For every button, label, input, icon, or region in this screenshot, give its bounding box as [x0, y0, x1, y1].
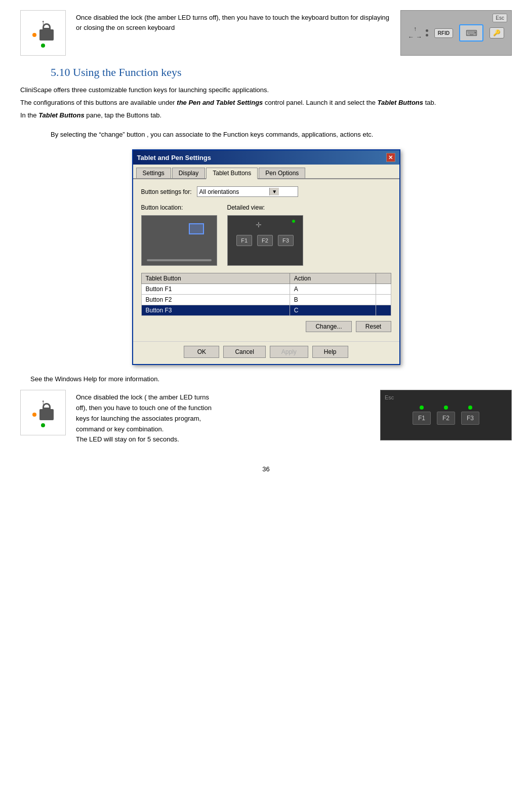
- page-number: 36: [20, 465, 512, 473]
- orientation-select[interactable]: All orientations ▼: [197, 186, 298, 197]
- f2-key-detail: F2: [257, 235, 273, 246]
- paragraph-1: CliniScape offers three customizable fun…: [20, 85, 512, 96]
- button-f2-action: B: [290, 295, 376, 305]
- tab-pen-options[interactable]: Pen Options: [259, 168, 305, 178]
- f3-dot: [468, 406, 472, 410]
- apply-button[interactable]: Apply: [270, 346, 308, 358]
- lock-icon-box: ↑: [20, 10, 66, 56]
- location-bottom-bar: [147, 259, 212, 261]
- button-f1-action: A: [290, 284, 376, 295]
- arrow-keys-top: ↑ ← →: [408, 25, 422, 41]
- detail-arrows-icon: ✛: [256, 221, 262, 229]
- detail-label: Detailed view:: [227, 204, 303, 211]
- f2-key-bottom: F2: [437, 406, 455, 425]
- bottom-esc-label: Esc: [385, 394, 394, 400]
- change-button[interactable]: Change...: [306, 321, 351, 332]
- table-row[interactable]: Button F1 A: [141, 284, 391, 295]
- dialog-tabs: Settings Display Tablet Buttons Pen Opti…: [133, 165, 399, 179]
- para2-suffix: control panel. Launch it and select the: [263, 99, 377, 106]
- change-reset-row: Change... Reset: [141, 321, 391, 334]
- dialog-body: Button settings for: All orientations ▼ …: [133, 179, 399, 341]
- lock-key: 🔑: [489, 27, 504, 38]
- pen-tablet-settings-bold: the Pen and Tablet Settings: [177, 99, 263, 106]
- button-settings-label: Button settings for:: [141, 188, 192, 195]
- dialog-close-button[interactable]: ✕: [386, 153, 395, 162]
- esc-key-top: Esc: [493, 14, 507, 22]
- para3-prefix: In the: [20, 111, 38, 119]
- indicator-dots: [426, 29, 428, 36]
- bottom-lock-shackle: [43, 403, 51, 409]
- col-header-button: Tablet Button: [141, 273, 290, 284]
- indent-paragraph: By selecting the “change” button , you c…: [51, 130, 512, 140]
- detail-green-dot: [292, 220, 295, 223]
- bottom-line1: Once disabled the lock ( the amber LED t…: [76, 393, 209, 401]
- para2-suffix2: tab.: [423, 99, 436, 106]
- tab-settings[interactable]: Settings: [136, 168, 171, 178]
- location-diagram: [141, 215, 217, 266]
- paragraph-2: The configurations of this buttons are a…: [20, 98, 512, 108]
- bottom-line5: The LED will stay on for 5 seconds.: [76, 435, 179, 443]
- dialog-title: Tablet and Pen Settings: [137, 154, 211, 161]
- cancel-button[interactable]: Cancel: [223, 346, 265, 358]
- dialog-container: Tablet and Pen Settings ✕ Settings Displ…: [20, 149, 512, 365]
- para3-suffix: pane, tap the Buttons tab.: [85, 111, 162, 119]
- tablet-button-table: Tablet Button Action Button F1 A Button …: [141, 273, 391, 316]
- tablet-buttons-bold: Tablet Buttons: [378, 99, 424, 106]
- tab-display[interactable]: Display: [172, 168, 205, 178]
- left-arrow: ←: [408, 33, 414, 41]
- orange-dot: [32, 33, 36, 37]
- table-row-selected[interactable]: Button F3 C: [141, 305, 391, 316]
- f2-dot: [444, 406, 448, 410]
- lock-shackle: [43, 23, 51, 29]
- button-f3-action: C: [290, 305, 376, 316]
- button-f1-label: Button F1: [141, 284, 290, 295]
- orientation-value: All orientations: [199, 188, 239, 195]
- f1-key-bottom: F1: [413, 406, 431, 425]
- f1-dot: [420, 406, 424, 410]
- bottom-section: ↑ Once disabled the lock ( the amber LED…: [20, 390, 512, 445]
- bottom-lock-icon-box: ↑: [20, 390, 66, 435]
- location-label: Button location:: [141, 204, 217, 211]
- f1-button: F1: [413, 412, 431, 425]
- f3-key-detail: F3: [278, 235, 294, 246]
- col-header-action: Action: [290, 273, 376, 284]
- green-dot: [41, 44, 45, 48]
- help-button[interactable]: Help: [312, 346, 348, 358]
- location-detail-row: Button location: Detailed view: ✛ F1 F2 …: [141, 204, 391, 266]
- reset-button[interactable]: Reset: [356, 321, 391, 332]
- up-arrow: ↑: [414, 25, 417, 32]
- bottom-line2: off), then you have to touch one of the …: [76, 404, 212, 412]
- location-highlight: [189, 223, 204, 234]
- button-f3-extra: [376, 305, 391, 316]
- bottom-lock-icon: ↑: [32, 398, 54, 427]
- lock-icon: ↑: [32, 18, 54, 48]
- button-settings-row: Button settings for: All orientations ▼: [141, 186, 391, 197]
- tablet-buttons-bold2: Tablet Buttons: [38, 111, 85, 119]
- para2-prefix: The configurations of this buttons are a…: [20, 99, 177, 106]
- col-header-extra: [376, 273, 391, 284]
- bottom-description-text: Once disabled the lock ( the amber LED t…: [76, 390, 370, 445]
- dialog-window: Tablet and Pen Settings ✕ Settings Displ…: [132, 149, 400, 365]
- paragraph-3: In the Tablet Buttons pane, tap the Butt…: [20, 110, 512, 121]
- section-heading: 5.10 Using the Function keys: [51, 66, 512, 79]
- dot2: [426, 34, 428, 36]
- table-row[interactable]: Button F2 B: [141, 295, 391, 305]
- bottom-line4: command or key combination.: [76, 425, 163, 433]
- tab-tablet-buttons[interactable]: Tablet Buttons: [206, 168, 258, 179]
- bottom-lock-body: [39, 409, 54, 420]
- f1-key-detail: F1: [236, 235, 252, 246]
- bottom-keyboard-diagram: Esc F1 F2 F3: [380, 390, 512, 440]
- bottom-green-dot: [41, 423, 45, 427]
- button-f3-label: Button F3: [141, 305, 290, 316]
- keyboard-key-highlighted: ⌨: [459, 24, 483, 42]
- button-location-col: Button location:: [141, 204, 217, 266]
- ok-button[interactable]: OK: [184, 346, 219, 358]
- dialog-titlebar: Tablet and Pen Settings ✕: [133, 150, 399, 165]
- top-description-text: Once disabled the lock (the amber LED tu…: [76, 10, 390, 32]
- right-arrow: →: [416, 33, 422, 41]
- select-dropdown-arrow[interactable]: ▼: [269, 188, 279, 195]
- button-f1-extra: [376, 284, 391, 295]
- button-f2-extra: [376, 295, 391, 305]
- f3-button: F3: [461, 412, 479, 425]
- button-f2-label: Button F2: [141, 295, 290, 305]
